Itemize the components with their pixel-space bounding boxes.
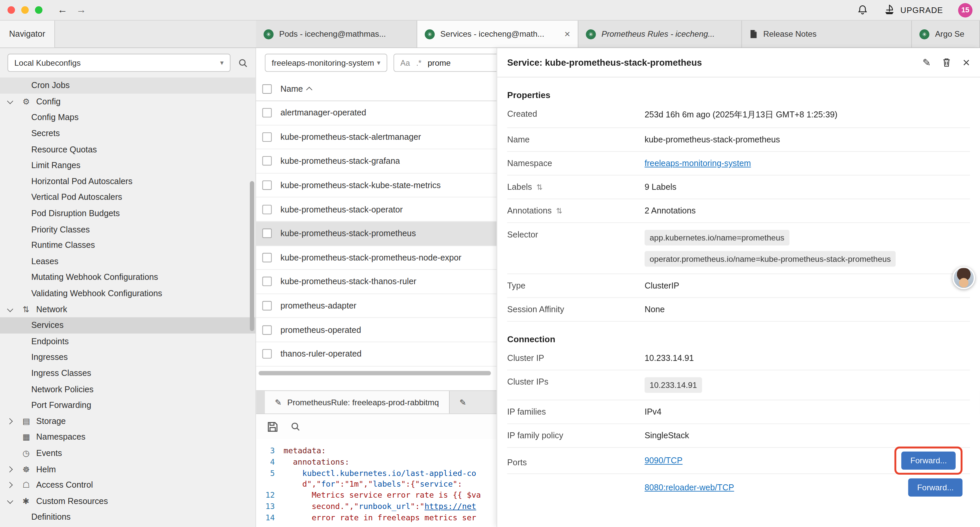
- sidebar-item-events[interactable]: ◷Events: [0, 445, 256, 461]
- sidebar-item-config[interactable]: ⚙Config: [0, 93, 256, 110]
- sidebar-item-config-maps[interactable]: Config Maps: [0, 110, 256, 126]
- close-window-button[interactable]: [7, 6, 15, 14]
- badge-list: 10.233.14.91: [644, 377, 970, 393]
- port-forward-button[interactable]: Forward...: [902, 452, 956, 470]
- sidebar-item-label: Pod Disruption Budgets: [31, 209, 120, 218]
- sidebar-item-pod-disruption-budgets[interactable]: Pod Disruption Budgets: [0, 205, 256, 221]
- port-link[interactable]: 8080:reloader-web/TCP: [644, 482, 734, 492]
- port-row: 8080:reloader-web/TCPForward...: [644, 478, 970, 496]
- sidebar-item-endpoints[interactable]: Endpoints: [0, 333, 256, 349]
- row-checkbox[interactable]: [262, 180, 272, 190]
- back-button[interactable]: ←: [57, 5, 67, 15]
- minimize-window-button[interactable]: [21, 6, 29, 14]
- sidebar-item-limit-ranges[interactable]: Limit Ranges: [0, 158, 256, 174]
- horizontal-scrollbar-thumb[interactable]: [259, 371, 491, 375]
- sidebar-item-horizontal-pod-autoscalers[interactable]: Horizontal Pod Autoscalers: [0, 174, 256, 189]
- sidebar-tree: Cron Jobs⚙ConfigConfig MapsSecretsResour…: [0, 77, 256, 527]
- sidebar-item-definitions[interactable]: Definitions: [0, 509, 256, 525]
- kubeconfig-selector[interactable]: Local Kubeconfigs ▾: [7, 54, 230, 72]
- detail-label: [507, 478, 644, 484]
- sidebar-item-services[interactable]: Services: [0, 317, 256, 333]
- sidebar-item-port-forwarding[interactable]: Port Forwarding: [0, 397, 256, 413]
- tab-strip: ✳Pods - icecheng@mathmas...✳Services - i…: [256, 21, 980, 48]
- regex-toggle[interactable]: .*: [416, 58, 422, 67]
- sidebar-item-ingress-classes[interactable]: Ingress Classes: [0, 365, 256, 381]
- port-forward-button[interactable]: Forward...: [908, 478, 963, 496]
- sidebar-item-access-control[interactable]: ☖Access Control: [0, 477, 256, 493]
- chevron-down-icon: ▾: [377, 59, 380, 67]
- name-column-header[interactable]: Name: [280, 84, 313, 94]
- code-text: error rate in freeleaps metrics ser: [283, 512, 476, 523]
- row-checkbox[interactable]: [262, 108, 272, 118]
- row-checkbox[interactable]: [262, 132, 272, 142]
- notifications-bell-icon[interactable]: [857, 4, 868, 16]
- sort-toggle-icon[interactable]: ⇅: [556, 207, 562, 215]
- sidebar-item-namespaces[interactable]: ▦Namespaces: [0, 429, 256, 445]
- sidebar-item-runtime-classes[interactable]: Runtime Classes: [0, 237, 256, 253]
- detail-row-ip-family-policy: IP family policySingleStack: [507, 424, 970, 447]
- save-icon[interactable]: [267, 421, 278, 432]
- sidebar-item-vertical-pod-autoscalers[interactable]: Vertical Pod Autoscalers: [0, 189, 256, 205]
- port-link[interactable]: 9090/TCP: [644, 456, 682, 465]
- chevron-slot: [7, 419, 22, 423]
- row-checkbox[interactable]: [262, 301, 272, 310]
- edit-icon[interactable]: ✎: [923, 56, 931, 68]
- notification-count-badge[interactable]: 15: [958, 3, 972, 17]
- tab-release-notes[interactable]: Release Notes: [742, 21, 912, 48]
- user-avatar[interactable]: [953, 267, 975, 289]
- row-checkbox[interactable]: [262, 349, 272, 358]
- detail-label-text: Selector: [507, 230, 538, 239]
- tab-argo-se[interactable]: ✳Argo Se: [912, 21, 980, 48]
- zoom-window-button[interactable]: [35, 6, 42, 14]
- row-checkbox[interactable]: [262, 229, 272, 238]
- detail-label: Cluster IPs: [507, 377, 644, 387]
- service-detail-drawer: Service: kube-prometheus-stack-prometheu…: [497, 48, 980, 527]
- forward-button[interactable]: →: [76, 5, 86, 15]
- search-icon[interactable]: [238, 58, 248, 68]
- tab-prometheus-rules-icecheng[interactable]: ✳Prometheus Rules - icecheng...: [578, 21, 742, 48]
- namespace-link[interactable]: freeleaps-monitoring-system: [644, 159, 970, 168]
- detail-row-annotations: Annotations⇅2 Annotations: [507, 199, 970, 223]
- tab-services-icecheng-math[interactable]: ✳Services - icecheng@math...×: [417, 21, 578, 48]
- sidebar-item-storage[interactable]: ▤Storage: [0, 413, 256, 429]
- sort-toggle-icon[interactable]: ⇅: [536, 183, 543, 191]
- sidebar-item-ingresses[interactable]: Ingresses: [0, 349, 256, 365]
- namespaces-icon: ▦: [22, 432, 36, 442]
- sidebar-item-leases[interactable]: Leases: [0, 253, 256, 269]
- sidebar-item-network[interactable]: ⇅Network: [0, 301, 256, 317]
- row-checkbox[interactable]: [262, 277, 272, 286]
- sidebar-item-custom-resources[interactable]: ✱Custom Resources: [0, 493, 256, 509]
- sidebar-item-helm[interactable]: ☸Helm: [0, 461, 256, 477]
- dock-tab-prometheusrule-freeleaps-prod-rabbitmq[interactable]: ✎PrometheusRule: freeleaps-prod-rabbitmq: [265, 391, 450, 413]
- sidebar-item-label: Custom Resources: [37, 496, 108, 506]
- row-checkbox[interactable]: [262, 253, 272, 262]
- search-icon[interactable]: [291, 422, 301, 431]
- detail-row-created: Created253d 16h 6m ago (2025年1月13日 GMT+8…: [507, 102, 970, 128]
- detail-label-text: Type: [507, 281, 525, 291]
- sidebar-item-priority-classes[interactable]: Priority Classes: [0, 221, 256, 237]
- row-checkbox[interactable]: [262, 156, 272, 166]
- sidebar-item-resource-quotas[interactable]: Resource Quotas: [0, 142, 256, 158]
- row-checkbox[interactable]: [262, 325, 272, 334]
- match-case-toggle[interactable]: Aa: [400, 58, 410, 67]
- sidebar-item-cron-jobs[interactable]: Cron Jobs: [0, 77, 256, 93]
- upgrade-button[interactable]: UPGRADE: [883, 4, 943, 16]
- events-icon: ◷: [22, 448, 36, 458]
- select-all-checkbox[interactable]: [262, 84, 272, 94]
- sidebar-item-label: Vertical Pod Autoscalers: [31, 193, 123, 202]
- sidebar-item-network-policies[interactable]: Network Policies: [0, 381, 256, 397]
- chevron-right-icon: [7, 482, 13, 488]
- sidebar-item-label: Mutating Webhook Configurations: [31, 272, 158, 282]
- row-checkbox[interactable]: [262, 205, 272, 214]
- sidebar-vertical-scrollbar[interactable]: [250, 181, 254, 331]
- sidebar-item-secrets[interactable]: Secrets: [0, 126, 256, 142]
- close-icon[interactable]: ×: [963, 56, 970, 69]
- sidebar-item-validating-webhook-configurations[interactable]: Validating Webhook Configurations: [0, 285, 256, 301]
- tab-pods-icecheng-mathmas[interactable]: ✳Pods - icecheng@mathmas...: [256, 21, 417, 48]
- close-tab-icon[interactable]: ×: [565, 29, 570, 39]
- namespace-filter-dropdown[interactable]: freeleaps-monitoring-system ▾: [265, 54, 387, 72]
- kubernetes-icon: ✳: [586, 29, 596, 39]
- detail-value: IPv4: [644, 407, 970, 417]
- sidebar-item-mutating-webhook-configurations[interactable]: Mutating Webhook Configurations: [0, 269, 256, 285]
- trash-icon[interactable]: [942, 57, 951, 67]
